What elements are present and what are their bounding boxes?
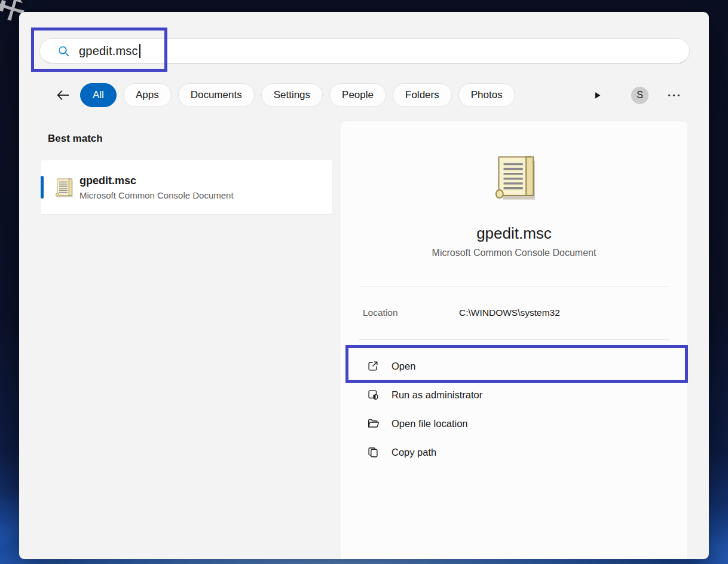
selection-accent-bar xyxy=(41,176,44,199)
action-list: Open Run as administrator xyxy=(341,352,687,467)
location-value: C:\WINDOWS\system32 xyxy=(459,307,687,318)
action-label: Open xyxy=(391,361,415,372)
back-arrow-icon xyxy=(55,88,70,103)
more-options-button[interactable] xyxy=(666,88,681,103)
back-button[interactable] xyxy=(53,86,72,105)
gpedit-file-icon-large xyxy=(488,151,540,203)
account-avatar[interactable]: S xyxy=(631,87,649,104)
shield-icon xyxy=(366,388,380,401)
location-label: Location xyxy=(363,307,459,318)
action-open-file-location[interactable]: Open file location xyxy=(341,409,687,438)
preview-panel: gpedit.msc Microsoft Common Console Docu… xyxy=(341,121,687,559)
divider xyxy=(359,339,669,340)
windows-search-panel: gpedit.msc All Apps Documents Settings P… xyxy=(19,12,709,559)
action-label: Copy path xyxy=(391,447,436,458)
action-label: Open file location xyxy=(391,418,468,429)
copy-icon xyxy=(366,446,380,459)
desktop: ⚒ gpedit.msc All xyxy=(0,0,728,564)
action-run-as-administrator[interactable]: Run as administrator xyxy=(341,380,687,409)
preview-subtitle: Microsoft Common Console Document xyxy=(432,248,597,258)
tab-documents[interactable]: Documents xyxy=(178,83,255,107)
filter-bar-right-cluster: S xyxy=(592,87,681,104)
ellipsis-icon xyxy=(666,88,681,103)
preview-title: gpedit.msc xyxy=(476,224,552,243)
play-icon xyxy=(592,90,602,100)
gpedit-file-icon xyxy=(53,176,75,199)
best-match-result[interactable]: gpedit.msc Microsoft Common Console Docu… xyxy=(41,160,332,214)
tab-people[interactable]: People xyxy=(329,83,386,107)
action-label: Run as administrator xyxy=(391,389,482,401)
folder-icon xyxy=(366,417,380,430)
search-icon xyxy=(57,45,70,57)
tab-settings[interactable]: Settings xyxy=(261,83,323,107)
tab-apps[interactable]: Apps xyxy=(123,83,172,107)
location-row: Location C:\WINDOWS\system32 xyxy=(341,286,687,339)
result-title: gpedit.msc xyxy=(79,175,234,187)
best-match-section-title: Best match xyxy=(48,133,103,145)
search-bar[interactable]: gpedit.msc xyxy=(39,38,690,63)
tab-photos[interactable]: Photos xyxy=(458,83,515,107)
action-open[interactable]: Open xyxy=(341,352,687,380)
result-subtitle: Microsoft Common Console Document xyxy=(79,190,234,200)
filter-bar: All Apps Documents Settings People Folde… xyxy=(53,83,681,107)
search-input-text[interactable]: gpedit.msc xyxy=(79,44,138,58)
result-text: gpedit.msc Microsoft Common Console Docu… xyxy=(79,175,234,200)
tab-all[interactable]: All xyxy=(80,83,117,107)
text-cursor xyxy=(139,44,140,58)
open-external-icon xyxy=(366,359,380,373)
action-copy-path[interactable]: Copy path xyxy=(341,438,687,467)
search-highlights-button[interactable] xyxy=(592,90,602,100)
tab-folders[interactable]: Folders xyxy=(393,83,452,107)
